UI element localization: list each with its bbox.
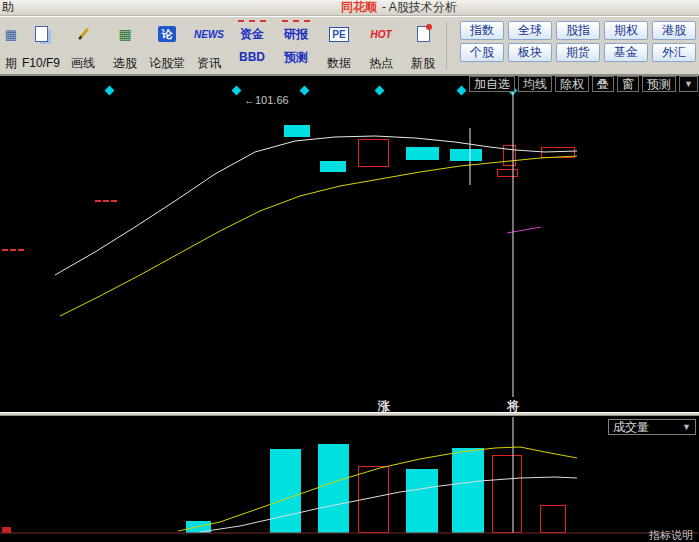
alert-dash: [95, 200, 117, 202]
news-icon: NEWS: [194, 21, 224, 47]
volume-bar: [452, 448, 484, 533]
ma-lines-button[interactable]: 均线: [518, 76, 552, 92]
pane-splitter[interactable]: [0, 412, 699, 416]
toolbar-button-data[interactable]: PE 数据: [318, 18, 360, 73]
signal-diamond-icon: [105, 86, 115, 96]
toolbar-button-hotspots[interactable]: HOT 热点: [360, 18, 402, 73]
grid-btn-index[interactable]: 指数: [460, 21, 504, 40]
volume-bar: [2, 527, 11, 533]
toolbar-button-forum[interactable]: 论 论股堂: [146, 18, 188, 73]
signal-diamond-icon: [232, 86, 242, 96]
window-title: - A股技术分析: [382, 0, 457, 15]
grid-btn-global[interactable]: 全球: [508, 21, 552, 40]
forecast-button[interactable]: 预测: [642, 76, 676, 92]
chart-layer: 涨将: [0, 76, 699, 542]
volume-bar: [186, 521, 211, 533]
candlestick-red: [541, 147, 575, 158]
indicator-help-link[interactable]: 指标说明: [649, 528, 693, 542]
volume-bar: [492, 455, 522, 533]
toolbar-button-new-stocks[interactable]: 新股: [402, 18, 444, 73]
grid-btn-futures[interactable]: 期货: [556, 43, 600, 62]
toolbar-button-period[interactable]: ▦ 期: [2, 18, 20, 73]
volume-indicator-label: 成交量: [613, 419, 649, 436]
candlestick-red: [497, 169, 518, 177]
grid-btn-forex[interactable]: 外汇: [652, 43, 696, 62]
volume-bar: [358, 466, 389, 533]
new-stock-icon: [417, 21, 430, 47]
volume-indicator-selector[interactable]: 成交量 ▼: [608, 419, 696, 435]
toolbar-button-report-forecast[interactable]: 研报 预测: [274, 18, 318, 73]
volume-bar: [270, 449, 301, 533]
grid-btn-funds[interactable]: 基金: [604, 43, 648, 62]
signal-diamond-icon: [457, 86, 467, 96]
toolbar-button-funds-bbd[interactable]: 资金 BBD: [230, 18, 274, 73]
volume-bar: [540, 505, 566, 533]
pe-data-icon: PE: [329, 21, 349, 47]
price-marker-label: ←101.66: [244, 94, 289, 106]
toolbar-button-news[interactable]: NEWS 资讯: [188, 18, 230, 73]
signal-diamond-icon: [300, 86, 310, 96]
grid-btn-hk[interactable]: 港股: [652, 21, 696, 40]
chart-area[interactable]: 涨将 加自选 均线 除权 叠 窗 预测 ▼ ←101.66 成交量 ▼ 指标说明: [0, 76, 699, 542]
candlestick-cyan: [406, 147, 439, 160]
chevron-down-icon: ▼: [682, 422, 691, 432]
candlestick-cyan: [320, 161, 346, 172]
overlay-button[interactable]: 叠: [592, 76, 614, 92]
grid-btn-options[interactable]: 期权: [604, 21, 648, 40]
title-bar: 助 同花顺 - A股技术分析: [0, 0, 699, 16]
volume-bar: [406, 469, 438, 533]
window-title-group: 同花顺 - A股技术分析: [341, 0, 457, 15]
grid-btn-sector[interactable]: 板块: [508, 43, 552, 62]
app-window: 助 同花顺 - A股技术分析 ▦ 期 F10/F9 画线 ▦ 选股 论 论股堂 …: [0, 0, 699, 542]
candlestick-cyan: [284, 125, 310, 137]
chart-toolbar: 加自选 均线 除权 叠 窗 预测 ▼: [469, 76, 698, 92]
grid-btn-stock-index[interactable]: 股指: [556, 21, 600, 40]
forum-icon: 论: [158, 21, 176, 47]
add-watchlist-button[interactable]: 加自选: [469, 76, 515, 92]
stock-filter-icon: ▦: [118, 21, 131, 47]
pencil-icon: [82, 21, 85, 47]
main-toolbar: ▦ 期 F10/F9 画线 ▦ 选股 论 论股堂 NEWS 资讯 资金 BBD …: [0, 16, 699, 76]
toolbar-button-drawline[interactable]: 画线: [62, 18, 104, 73]
candlestick-red: [503, 145, 516, 166]
app-logo: 同花顺: [341, 0, 377, 15]
market-grid: 指数 个股 全球 板块 股指 期货 期权 基金 港股 外汇: [459, 18, 697, 73]
candlestick-red: [358, 139, 389, 167]
signal-diamond-icon: [375, 86, 385, 96]
chevron-down-icon[interactable]: ▼: [679, 76, 698, 92]
ex-rights-button[interactable]: 除权: [555, 76, 589, 92]
hot-icon: HOT: [370, 21, 391, 47]
volume-bar: [318, 444, 349, 533]
candlestick-cyan: [450, 149, 482, 161]
toolbar-button-stockpick[interactable]: ▦ 选股: [104, 18, 146, 73]
document-icon: [35, 21, 48, 47]
window-button[interactable]: 窗: [617, 76, 639, 92]
menu-help-partial[interactable]: 助: [2, 0, 14, 15]
alert-dash: [2, 249, 24, 251]
toolbar-separator: [446, 22, 447, 69]
toolbar-button-f10[interactable]: F10/F9: [20, 18, 62, 73]
period-icon: ▦: [5, 21, 17, 47]
grid-btn-stock[interactable]: 个股: [460, 43, 504, 62]
